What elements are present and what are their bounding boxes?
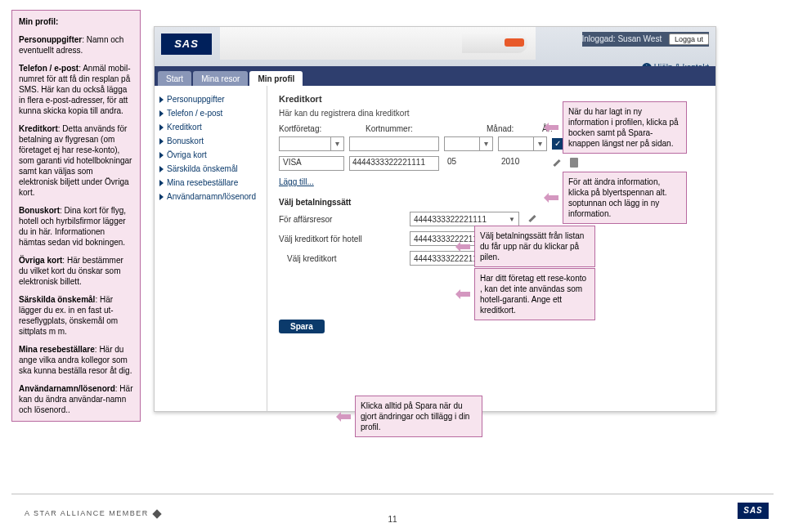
login-info: Inloggad: Susan West Logga ut — [582, 32, 710, 47]
card-year-select[interactable]: ▾ — [498, 136, 547, 151]
arrow-left-icon — [547, 123, 562, 132]
tab-start[interactable]: Start — [158, 71, 191, 86]
arrow-icon — [159, 180, 164, 186]
delete-trash-icon[interactable] — [568, 158, 580, 169]
card-number-value: 4444333322221111 — [349, 156, 439, 171]
arrow-left-icon — [547, 193, 562, 203]
tab-row: Start Mina resor Min profil — [155, 66, 715, 86]
chevron-down-icon: ▾ — [533, 137, 546, 150]
arrow-icon — [159, 194, 164, 200]
nav-sarskilda-onskemal[interactable]: Särskilda önskemål — [158, 162, 263, 176]
footer-alliance: A STAR ALLIANCE MEMBER — [25, 509, 160, 517]
tab-mina-resor[interactable]: Mina resor — [193, 71, 248, 86]
diamond-icon — [152, 509, 161, 518]
left-p1: Personuppgifter: Namn och eventuellt adr… — [19, 34, 133, 56]
nav-telefon-epost[interactable]: Telefon / e-post — [158, 106, 263, 120]
side-nav: Personuppgifter Telefon / e-post Kreditk… — [155, 86, 267, 411]
left-title: Min profil: — [19, 16, 133, 27]
edit-pencil-icon[interactable] — [527, 213, 539, 225]
arrow-icon — [159, 110, 164, 117]
card-row-existing: VISA 4444333322221111 05 2010 — [279, 156, 704, 171]
chevron-down-icon: ▼ — [509, 216, 515, 223]
nav-resebestallare[interactable]: Mina resebeställare — [158, 176, 263, 190]
left-p3: Kreditkort: Detta används för betalning … — [19, 123, 133, 198]
card-month-value: 05 — [444, 156, 493, 171]
page-number: 11 — [388, 515, 397, 524]
label-month: Månad: — [487, 124, 519, 133]
save-button[interactable]: Spara — [279, 320, 325, 333]
label-company: Kortföretag: — [279, 124, 343, 133]
left-p7: Mina resebeställare: Här du ange vilka a… — [19, 344, 133, 376]
left-p2: Telefon / e-post: Anmäl mobil-numret för… — [19, 63, 133, 116]
arrow-icon — [159, 124, 164, 131]
left-p5: Övriga kort: Här bestämmer du vilket kor… — [19, 255, 133, 287]
left-annotation-panel: Min profil: Personuppgifter: Namn och ev… — [11, 10, 141, 422]
header-banner-image — [220, 27, 536, 60]
tab-min-profil[interactable]: Min profil — [249, 71, 303, 86]
confirm-check-button[interactable]: ✓ — [552, 138, 563, 150]
nav-kreditkort[interactable]: Kreditkort — [158, 120, 263, 134]
arrow-left-icon — [459, 242, 473, 252]
app-header: SAS Inloggad: Susan West Logga ut iHjälp… — [155, 27, 715, 86]
callout-company-account: Har ditt företag ett rese-konto , kan de… — [474, 268, 595, 320]
callout-edit-info: För att ändra information, klicka på bly… — [563, 172, 687, 224]
left-p4: Bonuskort: Dina kort för flyg, hotell oc… — [19, 205, 133, 248]
edit-pencil-icon[interactable] — [552, 158, 563, 169]
nav-ovriga-kort[interactable]: Övriga kort — [158, 148, 263, 162]
add-card-link[interactable]: Lägg till... — [279, 177, 314, 186]
callout-save-info: När du har lagt in ny information i prof… — [563, 101, 687, 154]
footer-divider — [11, 494, 774, 494]
payment-hotel-label: Välj kreditkort för hotell — [279, 235, 401, 244]
arrow-icon — [159, 96, 164, 103]
arrow-left-icon — [339, 412, 354, 422]
nav-bonuskort[interactable]: Bonuskort — [158, 134, 263, 148]
arrow-left-icon — [459, 289, 473, 299]
chevron-down-icon: ▾ — [330, 137, 343, 150]
nav-personuppgifter[interactable]: Personuppgifter — [158, 92, 263, 106]
arrow-icon — [159, 166, 164, 172]
chevron-down-icon: ▾ — [479, 137, 492, 150]
nav-anvandarnamn[interactable]: Användarnamn/lösenord — [158, 190, 263, 203]
card-month-select[interactable]: ▾ — [444, 136, 493, 151]
sas-logo: SAS — [161, 34, 212, 55]
payment-business-label: För affärsresor — [279, 215, 401, 224]
callout-always-save: Klicka alltid på Spara när du gjort ändr… — [355, 396, 482, 437]
card-number-input[interactable] — [349, 136, 439, 151]
logged-in-label: Inloggad: Susan West — [582, 34, 662, 43]
callout-payment-list: Välj betalningssätt från listan du får u… — [474, 226, 595, 267]
footer-sas-logo: SAS — [738, 503, 769, 519]
left-annotation-box: Min profil: Personuppgifter: Namn och ev… — [11, 10, 141, 422]
label-number: Kortnummer: — [366, 124, 464, 133]
arrow-icon — [159, 138, 164, 145]
left-p8: Användarnamn/lösenord: Här kan du ändra … — [19, 383, 133, 415]
payment-hotel-sublabel: Välj kreditkort — [279, 254, 401, 263]
arrow-icon — [159, 152, 164, 159]
payment-business-select[interactable]: 4444333322221111▼ — [410, 212, 519, 226]
card-company-value: VISA — [279, 156, 344, 171]
card-company-select[interactable]: ▾ — [279, 136, 344, 151]
logout-button[interactable]: Logga ut — [669, 34, 709, 45]
left-p6: Särskilda önskemål: Här lägger du ex. in… — [19, 294, 133, 337]
card-year-value: 2010 — [498, 156, 547, 171]
